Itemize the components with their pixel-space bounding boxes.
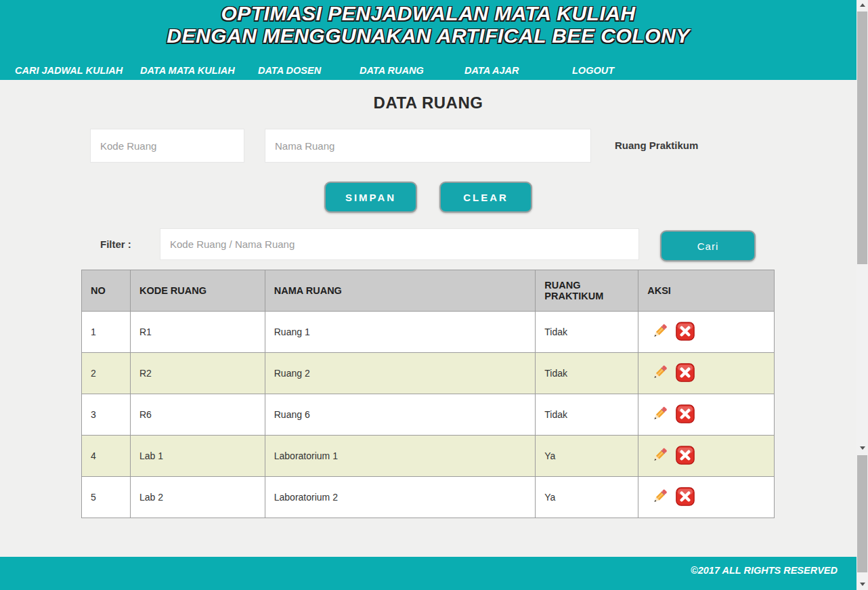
cell-kode: Lab 1: [130, 436, 265, 477]
table-header-row: NO KODE RUANG NAMA RUANG RUANG PRAKTIKUM…: [82, 270, 775, 312]
ruang-table: NO KODE RUANG NAMA RUANG RUANG PRAKTIKUM…: [81, 270, 775, 518]
app-title-line2: DENGAN MENGGUNAKAN ARTIFICAL BEE COLONY: [0, 24, 856, 47]
cell-aksi: [638, 394, 775, 436]
app-title-line1: OPTIMASI PENJADWALAN MATA KULIAH: [0, 2, 856, 24]
edit-pencil-icon[interactable]: [651, 445, 669, 467]
copyright-text: ©2017 ALL RIGHTS RESERVED: [691, 565, 838, 576]
col-header-no: NO: [82, 270, 131, 312]
edit-pencil-icon[interactable]: [651, 486, 669, 509]
scrollbar-thumb-lower[interactable]: [857, 455, 867, 572]
cell-kode: R6: [130, 394, 265, 436]
cell-no: 3: [82, 394, 131, 436]
col-header-nama-ruang: NAMA RUANG: [265, 270, 536, 312]
delete-red-x-icon[interactable]: [676, 363, 695, 384]
scroll-down-arrow-icon: [860, 446, 865, 450]
table-body: 1R1Ruang 1Tidak2R2Ruang 2Tidak3R6Ruang 6…: [82, 312, 775, 518]
app-header: OPTIMASI PENJADWALAN MATA KULIAH DENGAN …: [0, 0, 856, 80]
cell-no: 5: [82, 477, 131, 518]
cell-nama: Ruang 6: [265, 394, 536, 436]
table-row: 2R2Ruang 2Tidak: [82, 353, 775, 394]
main-nav: CARI JADWAL KULIAH DATA MATA KULIAH DATA…: [0, 65, 856, 76]
page: OPTIMASI PENJADWALAN MATA KULIAH DENGAN …: [0, 0, 868, 590]
kode-ruang-input[interactable]: [90, 129, 244, 163]
cell-nama: Ruang 1: [265, 312, 536, 353]
cell-no: 1: [82, 312, 131, 353]
cell-no: 2: [82, 353, 131, 394]
edit-pencil-icon[interactable]: [651, 362, 669, 385]
table-row: 5Lab 2Laboratorium 2Ya: [82, 477, 775, 518]
scroll-down-button-frame[interactable]: [856, 442, 868, 454]
scroll-down-button[interactable]: [856, 578, 868, 590]
delete-red-x-icon[interactable]: [676, 322, 695, 343]
cell-aksi: [638, 436, 775, 477]
scroll-down-arrow-icon: [860, 583, 865, 586]
delete-red-x-icon[interactable]: [676, 487, 695, 508]
cell-aksi: [638, 312, 775, 353]
scroll-up-arrow-icon: [860, 3, 865, 7]
nav-item-data-dosen[interactable]: DATA DOSEN: [258, 65, 360, 76]
clear-button[interactable]: CLEAR: [439, 182, 532, 213]
cell-praktikum: Ya: [536, 477, 638, 518]
nav-item-data-mata-kuliah[interactable]: DATA MATA KULIAH: [140, 65, 258, 76]
table-row: 4Lab 1Laboratorium 1Ya: [82, 436, 775, 477]
nav-item-cari-jadwal-kuliah[interactable]: CARI JADWAL KULIAH: [15, 65, 140, 76]
table-row: 1R1Ruang 1Tidak: [82, 312, 775, 353]
cell-aksi: [638, 477, 775, 518]
nama-ruang-input[interactable]: [265, 129, 591, 163]
page-title: DATA RUANG: [0, 93, 856, 112]
edit-pencil-icon[interactable]: [651, 404, 669, 426]
simpan-button[interactable]: SIMPAN: [324, 182, 417, 213]
cell-nama: Laboratorium 2: [265, 477, 536, 518]
content-area: DATA RUANG Ruang Praktikum SIMPAN CLEAR …: [0, 80, 856, 557]
ruang-praktikum-label: Ruang Praktikum: [615, 140, 698, 151]
cell-praktikum: Tidak: [536, 312, 638, 353]
cell-aksi: [638, 353, 775, 394]
edit-pencil-icon[interactable]: [651, 321, 669, 343]
scroll-up-button[interactable]: [856, 0, 868, 12]
cell-nama: Laboratorium 1: [265, 436, 536, 477]
app-title: OPTIMASI PENJADWALAN MATA KULIAH DENGAN …: [0, 0, 856, 47]
cell-kode: Lab 2: [130, 477, 265, 518]
table-row: 3R6Ruang 6Tidak: [82, 394, 775, 436]
col-header-kode-ruang: KODE RUANG: [130, 270, 265, 312]
cell-praktikum: Tidak: [536, 394, 638, 436]
cari-button[interactable]: Cari: [660, 230, 756, 261]
app-footer: ©2017 ALL RIGHTS RESERVED: [0, 557, 856, 590]
cell-no: 4: [82, 436, 131, 477]
cell-kode: R1: [130, 312, 265, 353]
nav-item-data-ruang[interactable]: DATA RUANG: [360, 65, 464, 76]
col-header-ruang-praktikum: RUANG PRAKTIKUM: [536, 270, 638, 312]
nav-item-logout[interactable]: LOGOUT: [572, 65, 614, 76]
delete-red-x-icon[interactable]: [676, 446, 695, 467]
cell-praktikum: Tidak: [536, 353, 638, 394]
col-header-aksi: AKSI: [638, 270, 775, 312]
filter-input[interactable]: [160, 228, 639, 260]
scrollbar-thumb-upper[interactable]: [857, 12, 867, 264]
nav-item-data-ajar[interactable]: DATA AJAR: [464, 65, 572, 76]
delete-red-x-icon[interactable]: [676, 404, 695, 425]
vertical-scrollbar[interactable]: [856, 0, 868, 590]
cell-nama: Ruang 2: [265, 353, 536, 394]
filter-label: Filter :: [100, 238, 131, 250]
cell-kode: R2: [130, 353, 265, 394]
cell-praktikum: Ya: [536, 436, 638, 477]
